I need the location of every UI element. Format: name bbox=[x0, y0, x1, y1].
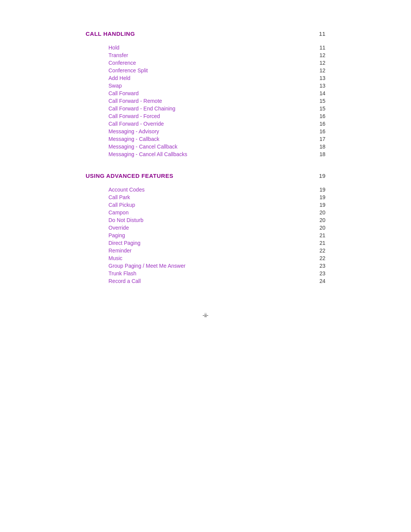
toc-item-page: 12 bbox=[319, 60, 325, 66]
section-title-using-advanced-features: USING ADVANCED FEATURES bbox=[86, 173, 173, 179]
toc-row[interactable]: Hold11 bbox=[108, 45, 325, 51]
toc-item-label: Reminder bbox=[108, 248, 132, 254]
toc-item-label: Direct Paging bbox=[108, 240, 140, 246]
toc-item-label: Do Not Disturb bbox=[108, 217, 143, 223]
toc-row[interactable]: Call Forward - End Chaining15 bbox=[108, 105, 325, 112]
toc-item-page: 12 bbox=[319, 52, 325, 58]
toc-row[interactable]: Call Forward - Override16 bbox=[108, 121, 325, 127]
toc-row[interactable]: Messaging - Advisory16 bbox=[108, 128, 325, 134]
toc-item-label: Conference Split bbox=[108, 67, 148, 73]
toc-row[interactable]: Override20 bbox=[108, 225, 325, 231]
toc-item-page: 19 bbox=[319, 202, 325, 208]
toc-item-page: 18 bbox=[319, 144, 325, 150]
toc-row[interactable]: Call Park19 bbox=[108, 194, 325, 200]
toc-item-label: Messaging - Callback bbox=[108, 136, 159, 142]
section-title-call-handling: CALL HANDLING bbox=[86, 30, 135, 37]
footer-text: -ii- bbox=[202, 312, 209, 318]
toc-item-page: 12 bbox=[319, 67, 325, 73]
toc-item-page: 20 bbox=[319, 209, 325, 216]
toc-row[interactable]: Conference Split12 bbox=[108, 67, 325, 73]
toc-item-label: Call Forward bbox=[108, 90, 139, 96]
toc-item-label: Swap bbox=[108, 83, 122, 89]
toc-item-label: Account Codes bbox=[108, 187, 145, 193]
toc-item-label: Call Forward - Forced bbox=[108, 113, 160, 119]
toc-item-label: Messaging - Cancel Callback bbox=[108, 144, 177, 150]
toc-item-page: 20 bbox=[319, 225, 325, 231]
section-page-using-advanced-features: 19 bbox=[319, 173, 325, 179]
toc-item-label: Call Forward - End Chaining bbox=[108, 105, 175, 112]
toc-item-page: 20 bbox=[319, 217, 325, 223]
toc-item-page: 22 bbox=[319, 248, 325, 254]
toc-item-page: 15 bbox=[319, 105, 325, 112]
toc-item-page: 21 bbox=[319, 232, 325, 238]
toc-row[interactable]: Account Codes19 bbox=[108, 187, 325, 193]
section-header-using-advanced-features: USING ADVANCED FEATURES19 bbox=[86, 173, 325, 179]
toc-row[interactable]: Messaging - Cancel Callback18 bbox=[108, 144, 325, 150]
page-footer: -ii- bbox=[63, 312, 348, 318]
toc-item-label: Call Park bbox=[108, 194, 130, 200]
toc-item-page: 11 bbox=[319, 45, 325, 51]
toc-item-page: 15 bbox=[319, 98, 325, 104]
toc-item-label: Call Pickup bbox=[108, 202, 135, 208]
toc-items-using-advanced-features: Account Codes19Call Park19Call Pickup19C… bbox=[108, 187, 325, 284]
toc-item-label: Messaging - Cancel All Callbacks bbox=[108, 151, 187, 157]
section-header-call-handling: CALL HANDLING11 bbox=[86, 30, 325, 37]
toc-row[interactable]: Swap13 bbox=[108, 83, 325, 89]
toc-item-label: Override bbox=[108, 225, 129, 231]
toc-items-call-handling: Hold11Transfer12Conference12Conference S… bbox=[108, 45, 325, 157]
toc-row[interactable]: Direct Paging21 bbox=[108, 240, 325, 246]
toc-row[interactable]: Paging21 bbox=[108, 232, 325, 238]
toc-item-label: Call Forward - Remote bbox=[108, 98, 162, 104]
toc-row[interactable]: Add Held13 bbox=[108, 75, 325, 81]
toc-row[interactable]: Call Forward14 bbox=[108, 90, 325, 96]
toc-row[interactable]: Transfer12 bbox=[108, 52, 325, 58]
toc-row[interactable]: Do Not Disturb20 bbox=[108, 217, 325, 223]
toc-item-label: Call Forward - Override bbox=[108, 121, 164, 127]
toc-item-page: 13 bbox=[319, 83, 325, 89]
toc-row[interactable]: Call Forward - Forced16 bbox=[108, 113, 325, 119]
toc-item-page: 18 bbox=[319, 151, 325, 157]
toc-item-label: Campon bbox=[108, 209, 129, 216]
toc-row[interactable]: Trunk Flash23 bbox=[108, 270, 325, 276]
toc-item-page: 24 bbox=[319, 278, 325, 284]
toc-item-label: Hold bbox=[108, 45, 119, 51]
toc-row[interactable]: Music22 bbox=[108, 255, 325, 261]
section-call-handling: CALL HANDLING11Hold11Transfer12Conferenc… bbox=[86, 30, 325, 157]
toc-row[interactable]: Reminder22 bbox=[108, 248, 325, 254]
toc-item-page: 21 bbox=[319, 240, 325, 246]
section-using-advanced-features: USING ADVANCED FEATURES19Account Codes19… bbox=[86, 173, 325, 284]
toc-row[interactable]: Messaging - Cancel All Callbacks18 bbox=[108, 151, 325, 157]
toc-item-page: 16 bbox=[319, 128, 325, 134]
toc-item-label: Record a Call bbox=[108, 278, 141, 284]
toc-item-page: 17 bbox=[319, 136, 325, 142]
toc-item-page: 16 bbox=[319, 121, 325, 127]
toc-row[interactable]: Call Pickup19 bbox=[108, 202, 325, 208]
toc-item-label: Group Paging / Meet Me Answer bbox=[108, 263, 185, 269]
toc-item-page: 22 bbox=[319, 255, 325, 261]
toc-item-label: Paging bbox=[108, 232, 125, 238]
toc-item-page: 23 bbox=[319, 263, 325, 269]
toc-row[interactable]: Messaging - Callback17 bbox=[108, 136, 325, 142]
page-container: CALL HANDLING11Hold11Transfer12Conferenc… bbox=[63, 0, 348, 330]
toc-item-label: Add Held bbox=[108, 75, 131, 81]
toc-item-page: 14 bbox=[319, 90, 325, 96]
toc-item-page: 19 bbox=[319, 187, 325, 193]
toc-item-page: 19 bbox=[319, 194, 325, 200]
toc-row[interactable]: Campon20 bbox=[108, 209, 325, 216]
toc-item-label: Music bbox=[108, 255, 123, 261]
toc-row[interactable]: Group Paging / Meet Me Answer23 bbox=[108, 263, 325, 269]
toc-item-label: Messaging - Advisory bbox=[108, 128, 159, 134]
toc-item-page: 13 bbox=[319, 75, 325, 81]
section-page-call-handling: 11 bbox=[319, 30, 325, 37]
toc-row[interactable]: Record a Call24 bbox=[108, 278, 325, 284]
toc-row[interactable]: Conference12 bbox=[108, 60, 325, 66]
toc-item-label: Trunk Flash bbox=[108, 270, 136, 276]
toc-item-page: 16 bbox=[319, 113, 325, 119]
toc-item-page: 23 bbox=[319, 270, 325, 276]
toc-item-label: Transfer bbox=[108, 52, 128, 58]
toc-item-label: Conference bbox=[108, 60, 136, 66]
toc-row[interactable]: Call Forward - Remote15 bbox=[108, 98, 325, 104]
